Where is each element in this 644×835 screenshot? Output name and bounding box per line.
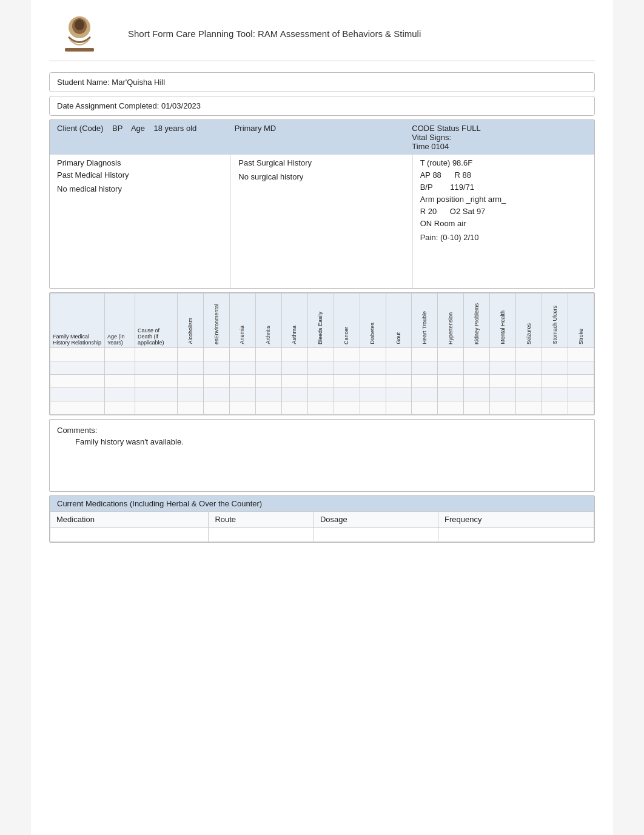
past-surgical-label: Past Surgical History (238, 158, 404, 167)
fam-col-16: Seizures (516, 293, 542, 348)
fam-col-17: Stomach Ulcers (542, 293, 568, 348)
fam-cell-3-12 (412, 388, 438, 401)
date-section: Date Assignment Completed: 01/03/2023 (49, 96, 595, 116)
fam-cell-1-16 (516, 361, 542, 375)
fam-cell-2-15 (490, 375, 516, 388)
fam-col-label-3: Alcoholism (187, 318, 194, 344)
fam-cell-0-6 (255, 348, 281, 361)
page-container: Short Form Care Planning Tool: RAM Asses… (31, 0, 613, 835)
fam-cell-4-5 (229, 401, 255, 415)
fam-cell-2-14 (464, 375, 490, 388)
fam-col-7: Asthma (281, 293, 307, 348)
med-cell-0-0 (50, 528, 209, 542)
on-room-air: ON Room air (420, 219, 587, 228)
fam-cell-0-2 (135, 348, 178, 361)
fam-col-label-0: Family Medical History Relationship (53, 334, 101, 346)
fam-cell-0-0 (50, 348, 105, 361)
fam-cell-1-10 (360, 361, 386, 375)
fam-cell-0-15 (490, 348, 516, 361)
student-name-label: Student Name: (57, 78, 110, 87)
fam-col-label-6: Arthritis (265, 326, 272, 344)
age-label: Age (131, 124, 145, 133)
fam-cell-2-1 (105, 375, 135, 388)
fam-cell-3-10 (360, 388, 386, 401)
fam-cell-1-5 (229, 361, 255, 375)
fam-cell-0-5 (229, 348, 255, 361)
date-label: Date Assignment Completed: (57, 101, 159, 110)
fam-cell-1-6 (255, 361, 281, 375)
fam-cell-1-17 (542, 361, 568, 375)
fam-cell-3-9 (334, 388, 360, 401)
fam-cell-3-8 (307, 388, 334, 401)
fam-cell-1-7 (281, 361, 307, 375)
fam-cell-3-11 (386, 388, 412, 401)
fam-cell-2-12 (412, 375, 438, 388)
fam-cell-4-18 (568, 401, 594, 415)
time-label: Time 0104 (412, 142, 587, 151)
bp-label2: B/P (420, 183, 433, 192)
primary-md-label: Primary MD (235, 124, 277, 133)
bp-reading: 119/71 (450, 183, 474, 192)
fam-cell-0-4 (203, 348, 229, 361)
fam-cell-2-11 (386, 375, 412, 388)
fam-col-13: Hypertension (438, 293, 464, 348)
fam-col-3: Alcoholism (178, 293, 204, 348)
fam-cell-1-18 (568, 361, 594, 375)
fam-cell-2-8 (307, 375, 334, 388)
fam-cell-3-5 (229, 388, 255, 401)
fam-col-label-17: Stomach Ulcers (552, 306, 558, 344)
fam-table-wrapper: Family Medical History RelationshipAge (… (50, 293, 594, 415)
fam-cell-4-11 (386, 401, 412, 415)
no-medical: No medical history (57, 184, 223, 193)
comments-text: Family history wasn't available. (75, 437, 587, 446)
fam-col-label-7: Asthma (291, 326, 298, 344)
fam-cell-4-10 (360, 401, 386, 415)
student-name-section: Student Name: Mar'Quisha Hill (49, 72, 595, 92)
fam-cell-4-12 (412, 401, 438, 415)
fam-col-4: esEnvironmental (203, 293, 229, 348)
logo-icon (58, 14, 101, 53)
fam-col-5: Anemia (229, 293, 255, 348)
main-info-top-bar: Client (Code) BP Age 18 years old Primar… (50, 120, 594, 155)
fam-cell-0-18 (568, 348, 594, 361)
fam-col-18: Stroke (568, 293, 594, 348)
fam-row-3 (50, 388, 594, 401)
fam-col-label-12: Heart Trouble (421, 311, 428, 344)
fam-col-label-1: Age (in Years) (107, 334, 125, 346)
fam-cell-2-7 (281, 375, 307, 388)
comments-section: Comments: Family history wasn't availabl… (49, 419, 595, 492)
header: Short Form Care Planning Tool: RAM Asses… (49, 12, 595, 61)
o2-sat: O2 Sat 97 (450, 207, 486, 216)
r20: R 20 (420, 207, 437, 216)
fam-cell-2-18 (568, 375, 594, 388)
tool-title: Short Form Care Planning Tool: (128, 29, 255, 39)
fam-cell-3-1 (105, 388, 135, 401)
fam-col-15: Mental Health (490, 293, 516, 348)
family-history-table: Family Medical History RelationshipAge (… (50, 293, 594, 415)
fam-cell-2-6 (255, 375, 281, 388)
left-col: Primary Diagnosis Past Medical History N… (50, 155, 231, 288)
fam-cell-3-14 (464, 388, 490, 401)
fam-cell-2-16 (516, 375, 542, 388)
fam-cell-4-2 (135, 401, 178, 415)
fam-cell-1-13 (438, 361, 464, 375)
bp-label: BP (112, 124, 122, 133)
fam-col-label-13: Hypertension (448, 312, 454, 344)
fam-col-1: Age (in Years) (105, 293, 135, 348)
fam-col-9: Cancer (334, 293, 360, 348)
primary-diagnosis-label: Primary Diagnosis (57, 158, 223, 167)
bp-row: B/P 119/71 (420, 183, 587, 192)
fam-cell-4-13 (438, 401, 464, 415)
med-col-2: Dosage (314, 512, 438, 528)
med-col-1: Route (209, 512, 314, 528)
fam-cell-4-16 (516, 401, 542, 415)
no-surgical: No surgical history (238, 172, 404, 181)
family-history-section: Family Medical History RelationshipAge (… (49, 292, 595, 415)
fam-cell-0-16 (516, 348, 542, 361)
med-header-row: MedicationRouteDosageFrequency (50, 512, 594, 528)
fam-cell-1-14 (464, 361, 490, 375)
fam-col-10: Diabetes (360, 293, 386, 348)
fam-cell-3-18 (568, 388, 594, 401)
fam-col-label-11: Gout (395, 332, 402, 344)
ap-r-row: AP 88 R 88 (420, 170, 587, 179)
